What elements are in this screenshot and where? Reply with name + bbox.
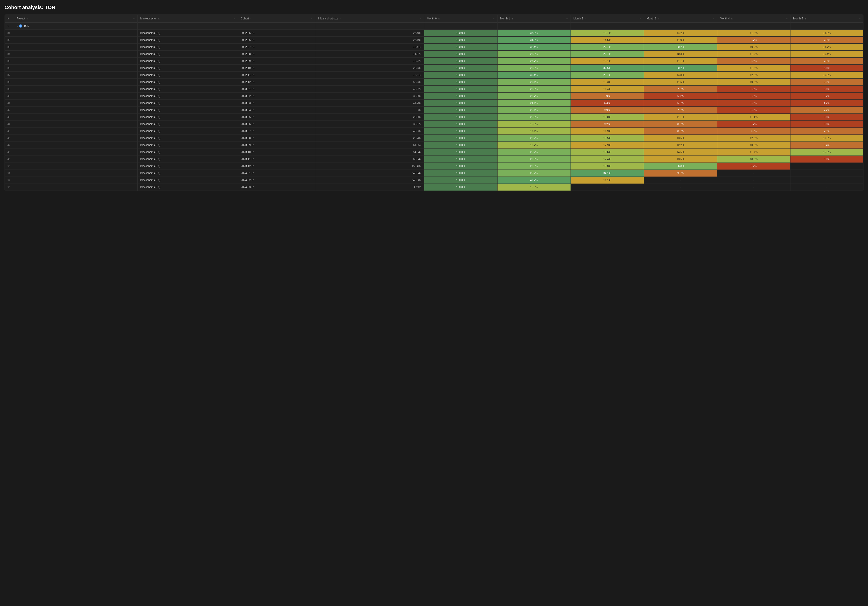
row-market: Blockchains (L1) xyxy=(138,37,238,43)
month4-cell: 11.1% xyxy=(717,114,790,121)
month1-cell: 29.1% xyxy=(497,79,570,86)
project-filter-icon[interactable]: ≡ xyxy=(133,17,135,20)
expand-icon[interactable]: ▾ xyxy=(17,25,18,27)
month2-cell: 20.7% xyxy=(570,72,644,79)
month5-cell: 5.0% xyxy=(790,156,863,163)
market-sort-icon[interactable]: ⇅ xyxy=(158,17,160,20)
month4-cell: 7.6% xyxy=(717,128,790,135)
group-project-label: TON xyxy=(24,25,29,28)
month4-cell: 8.7% xyxy=(717,37,790,43)
initial-sort-icon[interactable]: ⇅ xyxy=(339,17,341,20)
month2-cell: 26.7% xyxy=(570,51,644,57)
project-sort-icon[interactable]: ⇅ xyxy=(26,17,28,20)
row-market: Blockchains (L1) xyxy=(138,142,238,149)
table-row: 40 Blockchains (L1) 2023-02-01 35.90k 10… xyxy=(5,93,863,100)
market-filter-icon[interactable]: ≡ xyxy=(234,17,235,20)
table-row: 41 Blockchains (L1) 2023-03-01 41.70k 10… xyxy=(5,100,863,107)
month3-cell: 6.7% xyxy=(644,93,717,100)
month5-cell: 6.8% xyxy=(790,121,863,128)
month3-filter-icon[interactable]: ≡ xyxy=(713,17,714,20)
month2-filter-icon[interactable]: ≡ xyxy=(640,17,641,20)
month2-cell: 14.5% xyxy=(570,37,644,43)
group-num: 1 xyxy=(5,23,14,29)
month3-cell: 11.1% xyxy=(644,114,717,121)
month3-sort-icon[interactable]: ⇅ xyxy=(658,17,660,20)
month1-cell: 25.2% xyxy=(497,170,570,177)
row-initial: 14.97k xyxy=(315,51,424,57)
month3-cell: 12.2% xyxy=(644,142,717,149)
row-market: Blockchains (L1) xyxy=(138,135,238,142)
row-cohort: 2022-06-01 xyxy=(238,37,315,43)
month4-cell: 12.3% xyxy=(717,135,790,142)
month0-cell: 100.0% xyxy=(424,149,497,156)
month1-cell: 25.3% xyxy=(497,51,570,57)
col-header-month5: Month 5 ⇅ ≡ xyxy=(790,15,863,23)
row-project xyxy=(14,156,138,163)
month4-cell: 12.8% xyxy=(717,72,790,79)
month5-cell: 10.8% xyxy=(790,72,863,79)
col-header-initial: Initial cohort size ⇅ ≡ xyxy=(315,15,424,23)
initial-filter-icon[interactable]: ≡ xyxy=(420,17,421,20)
row-num: 44 xyxy=(5,121,14,128)
month1-filter-icon[interactable]: ≡ xyxy=(566,17,567,20)
month4-cell: 11.8% xyxy=(717,29,790,37)
month5-sort-icon[interactable]: ⇅ xyxy=(804,17,806,20)
row-market: Blockchains (L1) xyxy=(138,43,238,51)
month1-cell: 26.9% xyxy=(497,114,570,121)
month0-filter-icon[interactable]: ≡ xyxy=(493,17,494,20)
cohort-sort-icon[interactable]: ↑ xyxy=(250,17,251,20)
month2-cell: 34.1% xyxy=(570,170,644,177)
cohort-filter-icon[interactable]: ≡ xyxy=(311,17,312,20)
group-project[interactable]: ▾ T TON xyxy=(14,23,138,29)
row-initial: 29.78k xyxy=(315,135,424,142)
month1-cell: 16.3% xyxy=(497,184,570,191)
month1-cell: 23.9% xyxy=(497,86,570,93)
month3-cell: 10.3% xyxy=(644,51,717,57)
month3-cell: 20.2% xyxy=(644,43,717,51)
row-initial: 26.19k xyxy=(315,37,424,43)
row-project xyxy=(14,177,138,184)
month0-sort-icon[interactable]: ⇅ xyxy=(438,17,440,20)
month4-sort-icon[interactable]: ⇅ xyxy=(731,17,733,20)
month1-sort-icon[interactable]: ⇅ xyxy=(511,17,513,20)
row-project xyxy=(14,86,138,93)
month3-cell: 13.5% xyxy=(644,156,717,163)
month2-sort-icon[interactable]: ⇅ xyxy=(584,17,586,20)
month0-cell: 100.0% xyxy=(424,156,497,163)
table-row: 48 Blockchains (L1) 2023-10-01 54.04k 10… xyxy=(5,149,863,156)
month5-filter-icon[interactable]: ≡ xyxy=(859,17,860,20)
row-project xyxy=(14,128,138,135)
month4-cell: 10.3% xyxy=(717,79,790,86)
month2-cell: 17.4% xyxy=(570,156,644,163)
row-project xyxy=(14,29,138,37)
month0-cell: 100.0% xyxy=(424,100,497,107)
month0-cell: 100.0% xyxy=(424,121,497,128)
month0-cell: 100.0% xyxy=(424,135,497,142)
row-num: 45 xyxy=(5,128,14,135)
month0-cell: 100.0% xyxy=(424,29,497,37)
row-num: 46 xyxy=(5,135,14,142)
month4-cell: 11.9% xyxy=(717,51,790,57)
month5-cell: 11.7% xyxy=(790,43,863,51)
row-project xyxy=(14,72,138,79)
row-initial: 28.90k xyxy=(315,114,424,121)
month0-cell: 100.0% xyxy=(424,163,497,170)
month4-filter-icon[interactable]: ≡ xyxy=(786,17,787,20)
row-num: 40 xyxy=(5,93,14,100)
col-header-month2: Month 2 ⇅ ≡ xyxy=(570,15,644,23)
table-row: 32 Blockchains (L1) 2022-06-01 26.19k 10… xyxy=(5,37,863,43)
row-num: 42 xyxy=(5,107,14,114)
row-initial: 54.04k xyxy=(315,149,424,156)
row-initial: 22.63k xyxy=(315,65,424,72)
month0-cell: 100.0% xyxy=(424,128,497,135)
month2-cell: 15.5% xyxy=(570,135,644,142)
row-market: Blockchains (L1) xyxy=(138,72,238,79)
month5-cell: 6.2% xyxy=(790,93,863,100)
col-header-month4: Month 4 ⇅ ≡ xyxy=(717,15,790,23)
month2-cell: 12.9% xyxy=(570,142,644,149)
table-row: 35 Blockchains (L1) 2022-09-01 13.22k 10… xyxy=(5,57,863,65)
row-initial: 240.38k xyxy=(315,177,424,184)
month3-cell: 5.6% xyxy=(644,100,717,107)
row-project xyxy=(14,65,138,72)
row-initial: 56.63k xyxy=(315,79,424,86)
